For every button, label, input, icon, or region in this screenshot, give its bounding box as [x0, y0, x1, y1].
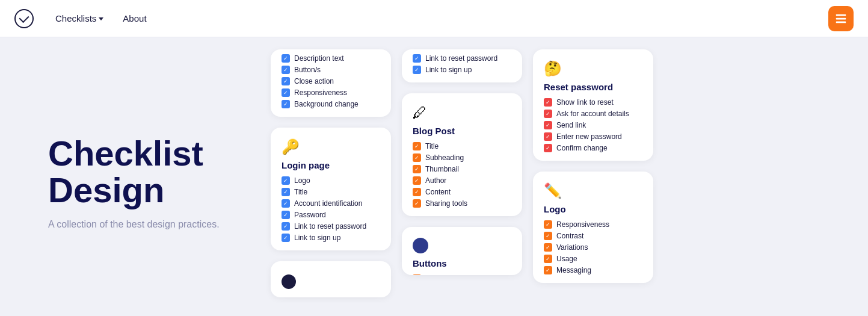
list-item: ✓ Sharing tools	[413, 199, 511, 208]
list-item: ✓ Subheading	[413, 153, 511, 162]
login-card-items: ✓ Logo ✓ Title ✓ Account identification …	[282, 176, 380, 242]
check-orange-icon: ✓	[413, 176, 421, 185]
check-blue-icon: ✓	[282, 77, 290, 85]
check-blue-icon: ✓	[282, 66, 290, 74]
list-item: ✓ Link to sign up	[282, 234, 380, 242]
svg-rect-2	[836, 21, 846, 23]
check-blue-icon: ✓	[282, 88, 290, 97]
chevron-down-icon	[99, 17, 103, 20]
list-item: ✓ Link to sign up	[413, 66, 511, 74]
check-red-icon: ✓	[544, 121, 552, 129]
list-item: ✓ Password	[282, 211, 380, 219]
reset-card-items: ✓ Show link to reset ✓ Ask for account d…	[544, 98, 642, 152]
list-item: ✓ Send link	[544, 121, 642, 129]
list-item: ✓ Logo	[282, 176, 380, 185]
logo-icon	[14, 9, 34, 28]
list-item: ✓ Link to reset password	[282, 222, 380, 231]
card-reset-password[interactable]: 🤔 Reset password ✓ Show link to reset ✓ …	[533, 49, 653, 161]
check-blue-icon: ✓	[282, 199, 290, 208]
card-title-blog: Blog Post	[413, 126, 511, 136]
check-blue-icon: ✓	[282, 176, 290, 185]
card-column-3: 🤔 Reset password ✓ Show link to reset ✓ …	[533, 49, 653, 283]
nav-checklists[interactable]: Checklists	[48, 8, 111, 28]
list-item: ✓ Ask for account details	[544, 110, 642, 118]
card-partial-col2-top[interactable]: ✓ Link to reset password ✓ Link to sign …	[402, 49, 522, 82]
list-item: ✓ Variations	[544, 243, 642, 252]
hero-title: Checklist Design	[48, 135, 229, 209]
sphere-icon	[413, 238, 428, 253]
svg-rect-1	[836, 17, 846, 19]
pencil-blue-emoji: ✏️	[544, 182, 642, 199]
card-buttons[interactable]: Buttons ✓ Styles	[402, 227, 522, 275]
list-item: ✓ Content	[413, 188, 511, 196]
logo[interactable]	[14, 9, 34, 28]
check-orange-icon: ✓	[544, 220, 552, 229]
list-item: ✓ Confirm change	[544, 144, 642, 152]
partial-col2-items: ✓ Link to reset password ✓ Link to sign …	[413, 54, 511, 74]
list-item: ✓ Thumbnail	[413, 165, 511, 173]
list-item: ✓ Description text	[282, 54, 380, 63]
check-orange-icon: ✓	[544, 255, 552, 263]
list-item: ✓ Author	[413, 176, 511, 185]
check-blue-icon: ✓	[282, 222, 290, 231]
check-orange-icon: ✓	[544, 243, 552, 252]
card-partial-items: ✓ Description text ✓ Button/s ✓ Close ac…	[282, 54, 380, 108]
cards-area: ✓ Description text ✓ Button/s ✓ Close ac…	[253, 37, 868, 316]
thinking-emoji: 🤔	[544, 60, 642, 77]
list-item: ✓ Messaging	[544, 266, 642, 274]
check-blue-icon: ✓	[413, 54, 421, 63]
hero-section: Checklist Design A collection of the bes…	[0, 37, 253, 316]
list-item: ✓ Background change	[282, 100, 380, 108]
check-orange-icon: ✓	[413, 142, 421, 150]
logo-card-items: ✓ Responsiveness ✓ Contrast ✓ Variations…	[544, 220, 642, 274]
check-blue-icon: ✓	[282, 211, 290, 219]
list-item: ✓ Usage	[544, 255, 642, 263]
list-item: ✓ Button/s	[282, 66, 380, 74]
card-title-login: Login page	[282, 160, 380, 170]
pencil-emoji: 🖊	[413, 104, 511, 121]
nav-about[interactable]: About	[115, 8, 153, 28]
check-blue-icon: ✓	[282, 100, 290, 108]
card-title-logo: Logo	[544, 204, 642, 214]
list-item: ✓ Close action	[282, 77, 380, 85]
check-orange-icon: ✓	[413, 153, 421, 162]
check-red-icon: ✓	[544, 98, 552, 107]
card-partial-top[interactable]: ✓ Description text ✓ Button/s ✓ Close ac…	[271, 49, 391, 117]
card-blog-post[interactable]: 🖊 Blog Post ✓ Title ✓ Subheading ✓ Thumb…	[402, 93, 522, 216]
buttons-card-items: ✓ Styles	[413, 274, 511, 275]
stack-button[interactable]	[828, 6, 854, 31]
card-login-page[interactable]: 🔑 Login page ✓ Logo ✓ Title ✓ Account id…	[271, 128, 391, 250]
check-icon	[19, 13, 29, 23]
checklists-label: Checklists	[55, 13, 96, 23]
card-logo[interactable]: ✏️ Logo ✓ Responsiveness ✓ Contrast ✓ Va…	[533, 172, 653, 283]
check-orange-icon: ✓	[413, 274, 421, 275]
check-blue-icon: ✓	[282, 234, 290, 242]
list-item: ✓ Styles	[413, 274, 511, 275]
svg-rect-0	[836, 14, 846, 16]
nav-links: Checklists About	[48, 8, 154, 28]
blog-card-items: ✓ Title ✓ Subheading ✓ Thumbnail ✓ Autho…	[413, 142, 511, 208]
list-item: ✓ Responsiveness	[282, 88, 380, 97]
list-item: ✓ Link to reset password	[413, 54, 511, 63]
card-title-reset: Reset password	[544, 82, 642, 92]
check-orange-icon: ✓	[544, 232, 552, 240]
check-blue-icon: ✓	[282, 188, 290, 196]
list-item: ✓ Contrast	[544, 232, 642, 240]
check-blue-icon: ✓	[282, 54, 290, 63]
dark-circle-icon	[282, 274, 296, 289]
check-blue-icon: ✓	[413, 66, 421, 74]
about-label: About	[123, 13, 146, 23]
main-content: Checklist Design A collection of the bes…	[0, 37, 868, 316]
hero-subtitle: A collection of the best design practice…	[48, 219, 229, 230]
check-orange-icon: ✓	[413, 199, 421, 208]
check-red-icon: ✓	[544, 110, 552, 118]
check-red-icon: ✓	[544, 144, 552, 152]
list-item: ✓ Enter new password	[544, 132, 642, 141]
check-orange-icon: ✓	[413, 188, 421, 196]
list-item: ✓ Account identification	[282, 199, 380, 208]
card-partial-bottom[interactable]	[271, 261, 391, 297]
stack-icon	[834, 12, 848, 25]
card-column-1: ✓ Description text ✓ Button/s ✓ Close ac…	[271, 49, 391, 297]
list-item: ✓ Title	[282, 188, 380, 196]
list-item: ✓ Responsiveness	[544, 220, 642, 229]
